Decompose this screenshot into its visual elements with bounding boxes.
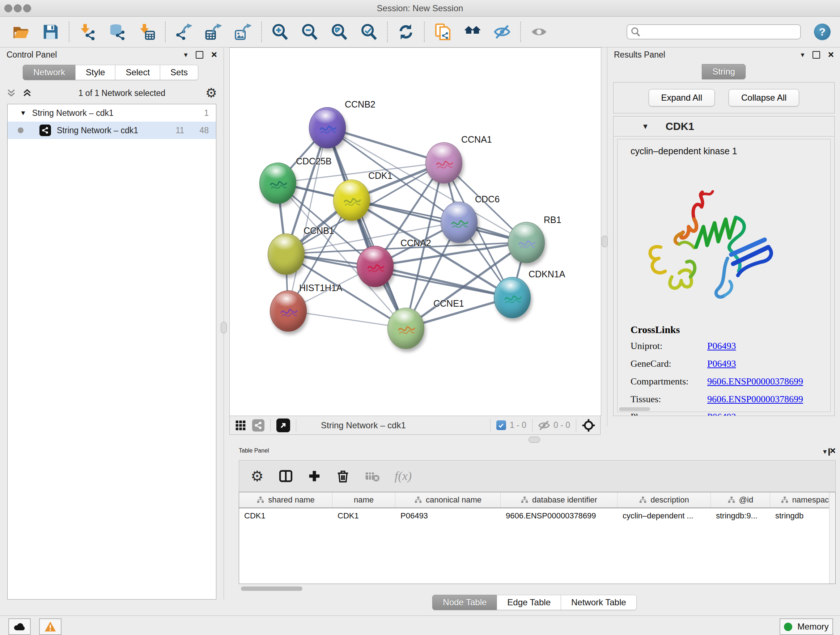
tab-sets[interactable]: Sets (160, 65, 198, 80)
node-HIST1H1A[interactable] (270, 290, 307, 332)
tab-style[interactable]: Style (75, 65, 115, 80)
node-CCNA2[interactable] (357, 246, 393, 287)
gear-icon[interactable]: ⚙ (205, 87, 217, 100)
node-CCNB2[interactable] (309, 107, 346, 149)
export-table-button[interactable] (205, 23, 222, 41)
table-row[interactable]: CDK1CDK1P064939606.ENSP00000378699cyclin… (239, 508, 835, 524)
network-collection-row[interactable]: ▼ String Network – cdk1 1 (8, 104, 216, 122)
navigator-crosshair-icon[interactable] (582, 419, 595, 432)
warnings-button[interactable] (39, 618, 62, 635)
column-header-shared-name[interactable]: shared name (239, 492, 332, 508)
network-row[interactable]: String Network – cdk1 11 48 (8, 122, 216, 139)
string-home-button[interactable] (464, 23, 481, 41)
node-CDC25B[interactable] (259, 163, 296, 204)
panel-float-icon[interactable] (196, 51, 203, 59)
tab-select[interactable]: Select (115, 65, 160, 80)
panel-menu-icon[interactable]: ▾ (823, 448, 827, 455)
crosslink-link[interactable]: P06493 (707, 358, 736, 369)
tree-expand-icon[interactable]: ▼ (20, 109, 27, 117)
column-header-canonical-name[interactable]: canonical name (395, 492, 501, 508)
column-header-name[interactable]: name (332, 492, 395, 508)
left-divider-handle[interactable] (221, 322, 227, 333)
zoom-fit-button[interactable] (331, 23, 348, 41)
zoom-in-button[interactable] (271, 23, 289, 41)
import-network-from-database-button[interactable] (109, 23, 126, 41)
clone-network-button[interactable] (434, 23, 452, 41)
table-cell[interactable]: CDK1 (332, 508, 395, 524)
node-RB1[interactable] (508, 222, 545, 263)
export-image-button[interactable] (234, 23, 252, 41)
table-cell[interactable]: P06493 (395, 508, 501, 524)
table-tab-node-table[interactable]: Node Table (432, 595, 497, 610)
crosslink-link[interactable]: P06493 (707, 412, 736, 416)
column-header--id[interactable]: @id (711, 492, 770, 508)
panel-menu-icon[interactable]: ▾ (801, 50, 805, 59)
table-cell[interactable]: CDK1 (239, 508, 332, 524)
column-header-label: namespace (792, 495, 834, 505)
birds-eye-view-icon[interactable] (235, 420, 246, 431)
show-hide-button[interactable] (531, 23, 548, 41)
tab-network[interactable]: Network (23, 65, 76, 80)
column-header-label: @id (739, 495, 753, 505)
node-CCNE1[interactable] (387, 308, 424, 349)
apply-style-button[interactable] (397, 23, 415, 41)
save-session-button[interactable] (42, 23, 59, 41)
expand-all-button[interactable]: Expand All (649, 89, 715, 106)
cloud-status-button[interactable] (8, 618, 31, 635)
column-header-description[interactable]: description (617, 492, 711, 508)
crosslink-link[interactable]: P06493 (707, 340, 736, 352)
section-collapse-icon[interactable]: ▼ (642, 122, 649, 131)
panel-close-icon[interactable]: × (830, 445, 836, 456)
import-network-button[interactable] (79, 23, 96, 41)
edge-CCNE1-CCNB2[interactable] (327, 127, 406, 328)
gene-section-header[interactable]: ▼ CDK1 (614, 117, 834, 136)
delete-column-trash-icon[interactable] (336, 469, 350, 483)
node-CDC6[interactable] (441, 202, 477, 243)
selected-checkbox-icon[interactable] (496, 420, 506, 430)
crosslink-link[interactable]: 9606.ENSP00000378699 (707, 394, 803, 405)
node-CCNB1[interactable] (268, 233, 305, 275)
show-columns-icon[interactable] (279, 469, 293, 483)
table-tab-network-table[interactable]: Network Table (561, 595, 637, 610)
export-network-button[interactable] (175, 23, 193, 41)
collapse-all-icon[interactable] (6, 88, 16, 98)
network-canvas[interactable]: CCNB2CCNA1CDC25BCDK1CDC6RB1CCNB1CCNA2CDK… (229, 48, 601, 416)
bottom-divider-handle[interactable] (529, 437, 540, 443)
memory-button[interactable]: Memory (780, 618, 833, 635)
network-share-icon[interactable] (252, 419, 264, 432)
help-button[interactable]: ? (814, 24, 831, 40)
results-tab-string[interactable]: String (702, 64, 745, 79)
zoom-selected-button[interactable] (360, 23, 378, 41)
table-cell[interactable]: stringdb (770, 508, 836, 524)
table-cell[interactable]: 9606.ENSP00000378699 (501, 508, 617, 524)
crosslink-link[interactable]: 9606.ENSP00000378699 (707, 376, 803, 387)
node-CDK1[interactable] (333, 180, 370, 221)
vertical-scrollbar[interactable] (829, 492, 835, 584)
table-tab-edge-table[interactable]: Edge Table (497, 595, 561, 610)
horizontal-scrollbar[interactable] (239, 586, 836, 592)
enable-glass-effect-button[interactable] (493, 23, 511, 41)
open-session-button[interactable] (12, 23, 30, 41)
horizontal-scrollbar-thumb[interactable] (241, 586, 302, 591)
zoom-out-button[interactable] (301, 23, 318, 41)
horizontal-scrollbar-thumb[interactable] (619, 407, 650, 411)
column-header-database-identifier[interactable]: database identifier (501, 492, 617, 508)
import-table-button[interactable] (138, 23, 156, 41)
column-header-namespace[interactable]: namespace (770, 492, 836, 508)
detach-view-button[interactable] (276, 418, 290, 432)
table-cell[interactable]: stringdb:9... (711, 508, 770, 524)
panel-menu-icon[interactable]: ▾ (184, 50, 188, 59)
collapse-all-button[interactable]: Collapse All (729, 89, 799, 106)
search-field[interactable] (627, 24, 801, 40)
panel-float-icon[interactable] (813, 51, 820, 59)
right-divider-handle[interactable] (602, 236, 608, 247)
node-CDKN1A[interactable] (494, 277, 531, 318)
table-cell[interactable]: cyclin–dependent ... (617, 508, 711, 524)
expand-all-icon[interactable] (22, 88, 32, 98)
table-settings-gear-icon[interactable]: ⚙ (251, 469, 264, 483)
add-column-icon[interactable] (308, 470, 321, 483)
panel-close-icon[interactable]: × (828, 50, 834, 60)
node-CCNA1[interactable] (425, 142, 462, 184)
panel-close-icon[interactable]: × (211, 50, 217, 60)
search-input[interactable] (643, 27, 797, 37)
